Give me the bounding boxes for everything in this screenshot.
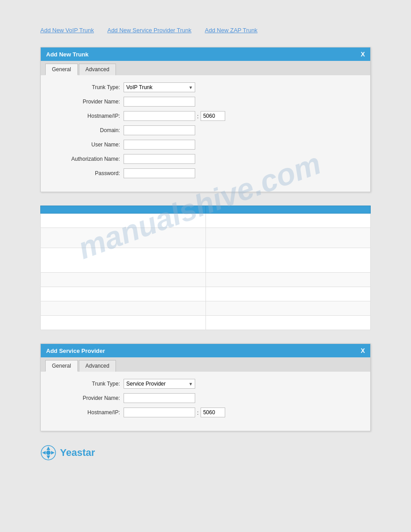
table-cell <box>41 316 206 330</box>
port-separator: : <box>197 113 199 120</box>
table-cell <box>206 301 371 316</box>
username-row: User Name: <box>50 140 361 150</box>
trunk-type-select[interactable]: VoIP Trunk Service Provider ZAP <box>124 82 195 92</box>
table-row <box>41 228 371 248</box>
provider-name-label: Provider Name: <box>50 99 124 105</box>
trunk-type-select-wrapper: VoIP Trunk Service Provider ZAP ▼ <box>124 82 195 92</box>
auth-name-input[interactable] <box>124 154 195 164</box>
trunk-type-label: Trunk Type: <box>50 84 124 90</box>
table-row <box>41 214 371 228</box>
hostname-ip-row: Hostname/IP: : <box>50 111 361 121</box>
sp-hostname-ip-row: Hostname/IP: : <box>50 408 361 417</box>
provider-name-input[interactable] <box>124 97 195 107</box>
table-row <box>41 316 371 330</box>
username-input[interactable] <box>124 140 195 150</box>
dialog-body: Trunk Type: VoIP Trunk Service Provider … <box>41 75 370 192</box>
sp-provider-name-input[interactable] <box>124 393 195 403</box>
hostname-port-group: : <box>124 111 225 121</box>
table-row <box>41 273 371 287</box>
domain-input[interactable] <box>124 125 195 135</box>
table-header-col2 <box>206 206 371 214</box>
yeastar-logo-icon <box>40 445 56 461</box>
add-zap-trunk-link[interactable]: Add New ZAP Trunk <box>205 27 258 34</box>
hostname-ip-input[interactable] <box>124 111 195 121</box>
sp-provider-name-label: Provider Name: <box>50 395 124 401</box>
table-cell <box>41 287 206 301</box>
service-provider-dialog-body: Trunk Type: Service Provider VoIP Trunk … <box>41 372 370 431</box>
table-row <box>41 301 371 316</box>
dialog-tabs: General Advanced <box>41 61 370 75</box>
sp-provider-name-row: Provider Name: <box>50 393 361 403</box>
service-provider-close-button[interactable]: X <box>361 347 365 354</box>
sp-tab-advanced[interactable]: Advanced <box>79 360 116 372</box>
table-cell <box>206 248 371 273</box>
dialog-header: Add New Trunk X <box>41 47 370 61</box>
top-navigation: Add New VoIP Trunk Add New Service Provi… <box>40 27 371 34</box>
hostname-ip-label: Hostname/IP: <box>50 113 124 119</box>
service-provider-dialog-title: Add Service Provider <box>46 348 105 354</box>
table-cell <box>206 273 371 287</box>
table-cell <box>41 248 206 273</box>
svg-marker-3 <box>47 446 50 450</box>
username-label: User Name: <box>50 142 124 148</box>
domain-label: Domain: <box>50 127 124 133</box>
table-cell <box>41 228 206 248</box>
table-cell <box>41 273 206 287</box>
sp-trunk-type-label: Trunk Type: <box>50 381 124 387</box>
sp-hostname-ip-label: Hostname/IP: <box>50 409 124 416</box>
table-row <box>41 248 371 273</box>
sp-trunk-type-select-wrapper: Service Provider VoIP Trunk ZAP ▼ <box>124 379 195 389</box>
table-cell <box>41 214 206 228</box>
add-service-provider-dialog: Add Service Provider X General Advanced … <box>40 343 371 431</box>
table-cell <box>206 287 371 301</box>
sp-trunk-type-row: Trunk Type: Service Provider VoIP Trunk … <box>50 379 361 389</box>
trunk-type-row: Trunk Type: VoIP Trunk Service Provider … <box>50 82 361 92</box>
svg-marker-4 <box>47 455 50 459</box>
yeastar-logo: Yeastar <box>40 445 371 461</box>
data-table <box>40 206 371 330</box>
yeastar-logo-text: Yeastar <box>60 447 95 459</box>
sp-port-input[interactable] <box>201 408 225 417</box>
svg-marker-2 <box>51 451 55 455</box>
svg-point-5 <box>46 450 51 455</box>
svg-marker-1 <box>42 451 46 455</box>
table-header-col1 <box>41 206 206 214</box>
table-cell <box>206 228 371 248</box>
service-provider-dialog-tabs: General Advanced <box>41 357 370 372</box>
auth-name-row: Authorization Name: <box>50 154 361 164</box>
add-new-trunk-dialog: Add New Trunk X General Advanced Trunk T… <box>40 47 371 192</box>
add-voip-trunk-link[interactable]: Add New VoIP Trunk <box>40 27 94 34</box>
table-cell <box>206 214 371 228</box>
password-input[interactable] <box>124 168 195 178</box>
sp-tab-general[interactable]: General <box>45 360 78 372</box>
dialog-close-button[interactable]: X <box>361 51 365 58</box>
table-row <box>41 287 371 301</box>
auth-name-label: Authorization Name: <box>50 156 124 162</box>
sp-port-separator: : <box>197 409 199 416</box>
sp-trunk-type-select[interactable]: Service Provider VoIP Trunk ZAP <box>124 379 195 389</box>
sp-hostname-ip-input[interactable] <box>124 408 195 417</box>
sp-hostname-port-group: : <box>124 408 225 417</box>
add-service-provider-link[interactable]: Add New Service Provider Trunk <box>107 27 192 34</box>
table-cell <box>206 316 371 330</box>
tab-general[interactable]: General <box>45 64 78 75</box>
domain-row: Domain: <box>50 125 361 135</box>
tab-advanced[interactable]: Advanced <box>79 64 116 75</box>
password-row: Password: <box>50 168 361 178</box>
password-label: Password: <box>50 170 124 176</box>
port-input[interactable] <box>201 111 225 121</box>
dialog-title: Add New Trunk <box>46 51 89 58</box>
provider-name-row: Provider Name: <box>50 97 361 107</box>
table-cell <box>41 301 206 316</box>
service-provider-dialog-header: Add Service Provider X <box>41 344 370 357</box>
